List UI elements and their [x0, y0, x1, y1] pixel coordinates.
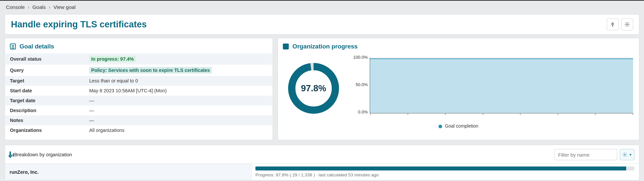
breadcrumb-console[interactable]: Console: [6, 4, 25, 10]
query-label: Query: [5, 65, 85, 76]
target-value: Less than or equal to 0: [85, 76, 272, 86]
progress-chart: 100.0% 50.0% 0.0%: [350, 55, 633, 121]
description-value: —: [85, 106, 272, 115]
page-title-card: Handle expiring TLS certificates: [5, 14, 639, 35]
table-row: Start date May 8 2023 10:58AM [UTC-4] (M…: [5, 86, 272, 96]
table-row: Target date —: [5, 96, 272, 106]
progress-bar: [255, 166, 634, 170]
progress-bar-text: Progress: 97.8% ( 29 / 1,338 ) · last ca…: [255, 170, 634, 177]
chart-legend: Goal completion: [278, 121, 639, 129]
breakdown-panel: Breakdown by organization ▼ runZero, Inc…: [5, 145, 639, 180]
overall-status-value: In progress: 97.4%: [89, 56, 136, 62]
y-tick-50: 50.0%: [356, 82, 368, 87]
y-tick-100: 100.0%: [353, 55, 368, 60]
notes-value: —: [85, 115, 272, 125]
settings-button[interactable]: [621, 18, 633, 30]
progress-icon: [283, 43, 289, 50]
gear-icon: [622, 152, 627, 157]
target-date-value: —: [85, 96, 272, 106]
chevron-right-icon: ›: [28, 4, 29, 10]
donut-percent-label: 97.8%: [284, 83, 343, 94]
breadcrumb-goals[interactable]: Goals: [32, 4, 46, 10]
table-row: Notes —: [5, 115, 272, 125]
breakdown-row[interactable]: runZero, Inc. Progress: 97.8% ( 29 / 1,3…: [5, 164, 639, 180]
caret-down-icon: ▼: [629, 153, 632, 157]
target-date-label: Target date: [5, 96, 85, 106]
y-tick-0: 0.0%: [358, 109, 368, 114]
breakdown-settings-button[interactable]: ▼: [620, 149, 634, 160]
pin-button[interactable]: [607, 18, 619, 30]
overall-status-label: Overall status: [5, 53, 85, 65]
query-value[interactable]: Policy: Services with soon to expire TLS…: [89, 67, 212, 74]
legend-dot-icon: [438, 125, 442, 128]
pin-icon: [610, 21, 616, 27]
table-row: Organizations All organizations: [5, 125, 272, 135]
svg-point-0: [626, 24, 628, 25]
legend-label: Goal completion: [445, 123, 478, 129]
breadcrumb-current: View goal: [54, 4, 76, 10]
goal-details-title: Goal details: [19, 43, 54, 50]
progress-bar-fill: [255, 166, 626, 170]
breadcrumb: Console › Goals › View goal: [0, 1, 644, 12]
org-name: runZero, Inc.: [5, 164, 252, 180]
chevron-right-icon: ›: [49, 4, 51, 10]
start-date-value: May 8 2023 10:58AM [UTC-4] (Mon): [85, 86, 272, 96]
goal-details-panel: Goal details Overall status In progress:…: [5, 38, 273, 140]
svg-point-3: [624, 154, 625, 155]
table-row: Overall status In progress: 97.4%: [5, 53, 272, 65]
page-title: Handle expiring TLS certificates: [11, 19, 147, 30]
breakdown-icon: [10, 152, 11, 157]
y-axis: 100.0% 50.0% 0.0%: [350, 55, 370, 113]
organization-progress-title: Organization progress: [292, 43, 358, 50]
notes-label: Notes: [5, 115, 85, 125]
start-date-label: Start date: [5, 86, 85, 96]
table-row: Query Policy: Services with soon to expi…: [5, 65, 272, 76]
goal-details-table: Overall status In progress: 97.4% Query …: [5, 53, 272, 135]
description-label: Description: [5, 106, 85, 115]
table-row: Description —: [5, 106, 272, 115]
area-fill: [370, 58, 633, 113]
organizations-label: Organizations: [5, 125, 85, 135]
plot-area: [370, 57, 633, 113]
breakdown-title: Breakdown by organization: [14, 152, 72, 157]
details-icon: [10, 43, 16, 50]
progress-donut: 97.8%: [284, 55, 343, 121]
organization-progress-panel: Organization progress 97.8% 100.0% 50.0%…: [278, 38, 639, 140]
gear-icon: [624, 21, 630, 27]
table-row: Target Less than or equal to 0: [5, 76, 272, 86]
organizations-value: All organizations: [85, 125, 272, 135]
filter-by-name-input[interactable]: [554, 149, 617, 160]
x-ticks: [370, 113, 633, 115]
target-label: Target: [5, 76, 85, 86]
